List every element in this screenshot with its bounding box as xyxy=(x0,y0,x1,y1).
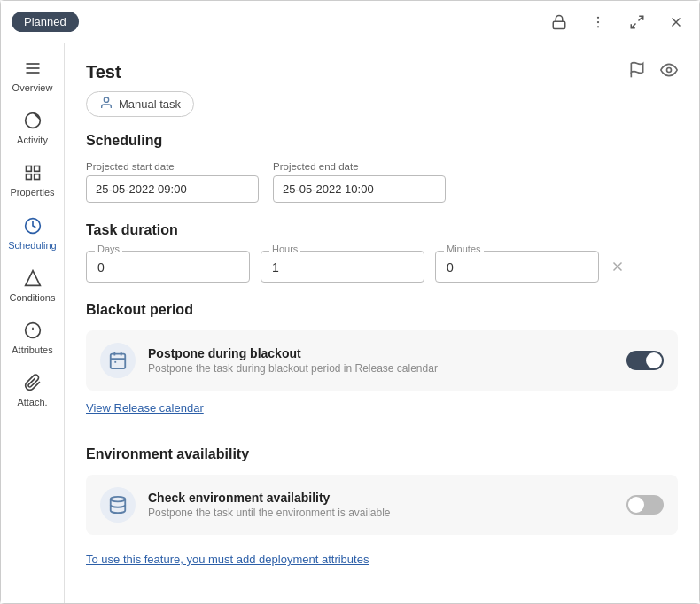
start-date-label: Projected start date xyxy=(86,161,259,172)
env-card-title: Check environment availability xyxy=(148,491,614,505)
minutes-input[interactable] xyxy=(435,251,599,283)
content-panel: Test Manual task Schedu xyxy=(65,43,699,603)
svg-point-23 xyxy=(104,97,108,102)
close-icon[interactable] xyxy=(664,10,688,35)
manual-task-label: Manual task xyxy=(119,97,181,111)
blackout-title: Blackout period xyxy=(86,302,678,318)
expand-icon[interactable] xyxy=(625,10,649,35)
duration-clear-button[interactable] xyxy=(610,259,626,279)
environment-availability-section: Environment availability Check environme… xyxy=(86,446,678,567)
sidebar-item-overview-label: Overview xyxy=(12,82,53,94)
sidebar: Overview Activity Properties Scheduling xyxy=(1,43,65,603)
env-card-subtitle: Postpone the task until the environment … xyxy=(148,507,614,519)
manual-task-badge[interactable]: Manual task xyxy=(86,91,194,117)
days-label: Days xyxy=(95,244,122,254)
blackout-icon-wrap xyxy=(100,343,136,378)
title-bar-right xyxy=(547,10,688,35)
sidebar-item-overview[interactable]: Overview xyxy=(1,50,64,103)
page-title: Test xyxy=(86,62,121,82)
sidebar-item-conditions[interactable]: Conditions xyxy=(1,260,64,313)
blackout-card: Postpone during blackout Postpone the ta… xyxy=(86,330,678,391)
add-deployment-attributes-link[interactable]: To use this feature, you must add deploy… xyxy=(86,553,369,566)
person-icon xyxy=(99,96,113,112)
blackout-card-subtitle: Postpone the task during blackout period… xyxy=(148,362,614,375)
activity-icon xyxy=(24,112,42,132)
sidebar-item-scheduling-label: Scheduling xyxy=(8,240,56,252)
hours-input[interactable] xyxy=(261,251,424,283)
end-date-label: Projected end date xyxy=(273,161,446,172)
planned-badge: Planned xyxy=(12,12,79,32)
svg-rect-0 xyxy=(553,21,565,28)
blackout-card-title: Postpone during blackout xyxy=(148,346,614,360)
overview-icon xyxy=(24,59,42,80)
svg-rect-12 xyxy=(26,166,31,172)
start-date-input[interactable] xyxy=(86,175,259,203)
main-content: Overview Activity Properties Scheduling xyxy=(1,43,699,603)
blackout-text: Postpone during blackout Postpone the ta… xyxy=(148,346,614,375)
env-availability-toggle[interactable] xyxy=(626,495,664,515)
attach-icon xyxy=(24,374,42,394)
conditions-icon xyxy=(24,269,42,290)
task-duration-title: Task duration xyxy=(86,222,678,238)
title-bar: Planned xyxy=(1,1,699,43)
env-text: Check environment availability Postpone … xyxy=(148,491,614,519)
scheduling-title: Scheduling xyxy=(86,133,678,149)
sidebar-item-attach[interactable]: Attach. xyxy=(1,365,64,417)
sidebar-item-attributes-label: Attributes xyxy=(12,345,52,356)
sidebar-item-properties-label: Properties xyxy=(10,187,54,198)
env-availability-card: Check environment availability Postpone … xyxy=(86,475,678,535)
page-title-row: Test xyxy=(86,61,678,82)
minutes-field: Minutes xyxy=(435,251,599,283)
end-date-field: Projected end date xyxy=(273,161,446,203)
svg-marker-17 xyxy=(25,270,40,285)
days-input[interactable] xyxy=(86,251,250,283)
task-duration-section: Task duration Days Hours Minutes xyxy=(86,222,678,283)
svg-rect-14 xyxy=(26,174,31,180)
days-field: Days xyxy=(86,251,250,283)
flag-icon[interactable] xyxy=(628,61,646,82)
env-section-title: Environment availability xyxy=(86,446,678,462)
hours-label: Hours xyxy=(269,244,300,254)
page-title-icons xyxy=(628,61,678,82)
svg-rect-26 xyxy=(111,354,126,369)
sidebar-item-properties[interactable]: Properties xyxy=(1,155,64,207)
duration-inputs-row: Days Hours Minutes xyxy=(86,251,678,283)
svg-rect-13 xyxy=(34,166,39,172)
sidebar-item-attributes[interactable]: Attributes xyxy=(1,313,64,365)
sidebar-item-activity-label: Activity xyxy=(17,135,48,146)
svg-point-31 xyxy=(111,497,126,502)
more-menu-icon[interactable] xyxy=(586,10,611,35)
svg-rect-15 xyxy=(34,174,39,180)
sidebar-item-attach-label: Attach. xyxy=(17,397,47,408)
svg-line-4 xyxy=(639,16,643,20)
svg-line-5 xyxy=(631,23,635,27)
svg-point-2 xyxy=(597,20,599,22)
lock-icon[interactable] xyxy=(547,10,572,35)
scheduling-section: Scheduling Projected start date Projecte… xyxy=(86,133,678,203)
blackout-toggle[interactable] xyxy=(626,351,664,370)
hours-field: Hours xyxy=(261,251,424,283)
minutes-label: Minutes xyxy=(444,244,484,254)
env-icon-wrap xyxy=(100,487,136,523)
scheduling-icon xyxy=(24,217,42,237)
title-bar-left: Planned xyxy=(12,12,79,32)
attributes-icon xyxy=(24,321,42,342)
eye-icon[interactable] xyxy=(660,61,678,82)
sidebar-item-conditions-label: Conditions xyxy=(10,292,56,304)
blackout-section: Blackout period Postpone during blackout… xyxy=(86,302,678,432)
svg-point-1 xyxy=(597,16,599,18)
sidebar-item-scheduling[interactable]: Scheduling xyxy=(1,208,64,260)
start-date-field: Projected start date xyxy=(86,161,259,203)
date-inputs-row: Projected start date Projected end date xyxy=(86,161,678,203)
view-release-calendar-link[interactable]: View Release calendar xyxy=(86,401,204,414)
svg-point-22 xyxy=(667,68,672,73)
sidebar-item-activity[interactable]: Activity xyxy=(1,103,64,155)
properties-icon xyxy=(24,164,42,184)
end-date-input[interactable] xyxy=(273,175,446,203)
svg-point-3 xyxy=(597,26,599,27)
